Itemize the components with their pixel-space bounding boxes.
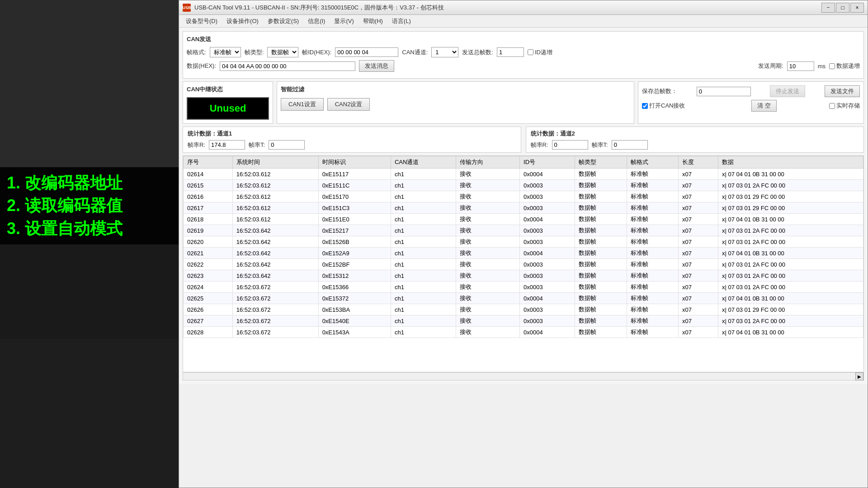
table-row[interactable]: 0262516:52:03.6720xE15372ch1接收0x0004数据帧标…: [184, 293, 863, 304]
table-cell: 标准帧: [627, 191, 678, 202]
table-cell: 标准帧: [627, 270, 678, 282]
table-row[interactable]: 0261516:52:03.6120xE1511Cch1接收0x0003数据帧标…: [184, 180, 863, 191]
menu-device-op[interactable]: 设备操作(O): [222, 15, 263, 27]
table-cell: 16:52:03.612: [232, 180, 318, 191]
table-row[interactable]: 0261816:52:03.6120xE151E0ch1接收0x0004数据帧标…: [184, 214, 863, 225]
table-cell: 数据帧: [575, 327, 627, 338]
menu-bar: 设备型号(D) 设备操作(O) 参数设定(S) 信息(I) 显示(V) 帮助(H…: [179, 15, 868, 28]
minimize-button[interactable]: －: [821, 3, 835, 13]
middle-section: CAN中继状态 Unused 智能过滤 CAN1设置 CAN2设置 保存总帧数：…: [183, 81, 864, 124]
stats1-fr-label: 帧率R:: [188, 141, 205, 149]
stats1-fr-input[interactable]: [209, 140, 245, 150]
menu-info[interactable]: 信息(I): [303, 15, 330, 27]
table-cell: 02623: [184, 270, 233, 282]
table-cell: 标准帧: [627, 214, 678, 225]
realtime-save-label[interactable]: 实时存储: [829, 102, 860, 110]
table-row[interactable]: 0261916:52:03.6420xE15217ch1接收0x0003数据帧标…: [184, 225, 863, 236]
send-msg-button[interactable]: 发送消息: [359, 60, 394, 72]
can2-settings-button[interactable]: CAN2设置: [327, 98, 370, 111]
data-hex-input[interactable]: [220, 61, 355, 71]
menu-param-set[interactable]: 参数设定(S): [263, 15, 303, 27]
frame-type-select[interactable]: 数据帧: [267, 47, 298, 57]
menu-device-type[interactable]: 设备型号(D): [181, 15, 222, 27]
table-row[interactable]: 0262716:52:03.6720xE1540Ech1接收0x0003数据帧标…: [184, 315, 863, 327]
table-cell: 数据帧: [575, 293, 627, 304]
stats1-ft-input[interactable]: [269, 140, 305, 150]
table-row[interactable]: 0262116:52:03.6420xE152A9ch1接收0x0004数据帧标…: [184, 248, 863, 259]
data-table-section: 序号 系统时间 时间标识 CAN通道 传输方向 ID号 帧类型 帧格式 长度 数…: [183, 155, 864, 372]
table-cell: 0x0003: [520, 180, 575, 191]
table-cell: x07: [679, 191, 718, 202]
close-button[interactable]: ×: [850, 3, 864, 13]
table-row[interactable]: 0262216:52:03.6420xE152BFch1接收0x0003数据帧标…: [184, 259, 863, 270]
table-header-row: 序号 系统时间 时间标识 CAN通道 传输方向 ID号 帧类型 帧格式 长度 数…: [184, 156, 863, 169]
table-cell: 02620: [184, 236, 233, 248]
can-channel-select[interactable]: 1: [431, 47, 458, 57]
col-can-channel: CAN通道: [391, 156, 456, 169]
data-increment-checkbox-label[interactable]: 数据递增: [829, 62, 860, 70]
table-cell: 数据帧: [575, 225, 627, 236]
send-file-button[interactable]: 发送文件: [825, 85, 860, 97]
id-increment-checkbox-label[interactable]: ID递增: [528, 48, 552, 56]
frame-format-select[interactable]: 标准帧: [210, 47, 241, 57]
open-can-recv-checkbox[interactable]: [642, 103, 648, 109]
table-cell: ch1: [391, 191, 456, 202]
filter-buttons: CAN1设置 CAN2设置: [281, 98, 630, 111]
table-cell: 0xE15312: [318, 270, 391, 282]
menu-help[interactable]: 帮助(H): [359, 15, 387, 27]
save-total-row: 保存总帧数： 停止发送 发送文件: [642, 85, 860, 97]
table-cell: 0x0003: [520, 304, 575, 315]
table-row[interactable]: 0261616:52:03.6120xE15170ch1接收0x0003数据帧标…: [184, 191, 863, 202]
send-total-input[interactable]: [497, 47, 524, 57]
table-row[interactable]: 0261416:52:03.6120xE15117ch1接收0x0004数据帧标…: [184, 169, 863, 180]
smart-filter-title: 智能过滤: [281, 85, 630, 94]
realtime-save-checkbox[interactable]: [829, 103, 835, 109]
table-cell: 接收: [456, 191, 520, 202]
stats2-fr-input[interactable]: [552, 140, 588, 150]
table-cell: 16:52:03.672: [232, 282, 318, 293]
table-row[interactable]: 0262616:52:03.6720xE153BAch1接收0x0003数据帧标…: [184, 304, 863, 315]
table-cell: 标准帧: [627, 202, 678, 214]
table-cell: 标准帧: [627, 169, 678, 180]
table-cell: 02617: [184, 202, 233, 214]
text-overlay: 1. 改编码器地址 2. 读取编码器值 3. 设置自动模式: [0, 167, 179, 244]
table-cell: 0x0003: [520, 259, 575, 270]
send-period-input[interactable]: [787, 61, 814, 71]
table-row[interactable]: 0262016:52:03.6420xE1526Bch1接收0x0003数据帧标…: [184, 236, 863, 248]
table-cell: ch1: [391, 293, 456, 304]
menu-language[interactable]: 语言(L): [387, 15, 415, 27]
unused-button[interactable]: Unused: [187, 97, 269, 120]
id-increment-checkbox[interactable]: [528, 49, 533, 55]
data-increment-checkbox[interactable]: [829, 63, 835, 69]
menu-display[interactable]: 显示(V): [330, 15, 358, 27]
frame-id-input[interactable]: [335, 47, 398, 57]
stats2-ft-input[interactable]: [612, 140, 648, 150]
clear-button[interactable]: 清 空: [751, 100, 777, 112]
table-cell: 标准帧: [627, 293, 678, 304]
h-scrollbar[interactable]: ▶: [183, 372, 864, 380]
table-cell: x07: [679, 293, 718, 304]
table-cell: 标准帧: [627, 180, 678, 191]
table-cell: 标准帧: [627, 327, 678, 338]
table-cell: 数据帧: [575, 236, 627, 248]
stats2-row: 帧率R: 帧率T:: [531, 140, 859, 150]
smart-filter-section: 智能过滤 CAN1设置 CAN2设置: [277, 81, 634, 124]
table-cell: ch1: [391, 270, 456, 282]
send-period-unit: ms: [818, 63, 826, 70]
save-total-input[interactable]: [697, 87, 751, 96]
table-row[interactable]: 0261716:52:03.6120xE151C3ch1接收0x0003数据帧标…: [184, 202, 863, 214]
table-cell: 接收: [456, 236, 520, 248]
table-row[interactable]: 0262316:52:03.6420xE15312ch1接收0x0003数据帧标…: [184, 270, 863, 282]
stop-send-button[interactable]: 停止发送: [770, 85, 805, 97]
table-cell: 16:52:03.612: [232, 214, 318, 225]
stats1-ft-label: 帧率T:: [249, 141, 265, 149]
table-cell: x07: [679, 180, 718, 191]
table-cell: 接收: [456, 315, 520, 327]
table-row[interactable]: 0262416:52:03.6720xE15366ch1接收0x0003数据帧标…: [184, 282, 863, 293]
table-row[interactable]: 0262816:52:03.6720xE1543Ach1接收0x0004数据帧标…: [184, 327, 863, 338]
table-cell: 0xE1526B: [318, 236, 391, 248]
open-can-recv-label[interactable]: 打开CAN接收: [642, 102, 685, 110]
restore-button[interactable]: □: [836, 3, 849, 13]
can1-settings-button[interactable]: CAN1设置: [281, 98, 324, 111]
scroll-right-arrow[interactable]: ▶: [855, 372, 863, 380]
